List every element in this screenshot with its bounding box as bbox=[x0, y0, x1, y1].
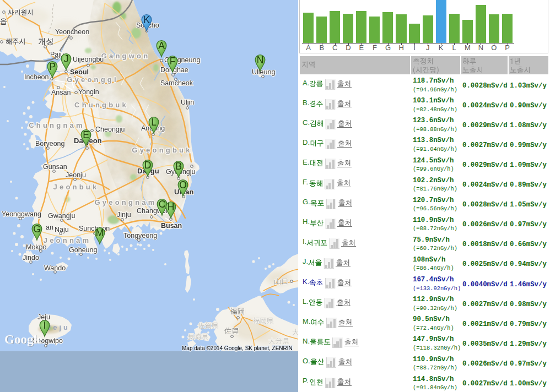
svg-text:Samcheok: Samcheok bbox=[160, 79, 193, 87]
svg-text:G: G bbox=[33, 224, 41, 235]
svg-text:Chungbuk: Chungbuk bbox=[74, 101, 128, 109]
svg-text:Jeonju: Jeonju bbox=[66, 171, 86, 179]
svg-text:I: I bbox=[44, 320, 46, 331]
svg-text:P: P bbox=[49, 61, 56, 72]
svg-text:K: K bbox=[143, 14, 150, 25]
svg-text:Suncheon: Suncheon bbox=[79, 225, 110, 232]
svg-text:Google: Google bbox=[4, 333, 42, 346]
svg-text:C: C bbox=[159, 199, 166, 210]
svg-text:N: N bbox=[257, 55, 264, 66]
svg-text:Boryeong: Boryeong bbox=[35, 140, 65, 148]
svg-text:Gwangju: Gwangju bbox=[48, 212, 75, 220]
svg-text:Goheung: Goheung bbox=[69, 246, 97, 254]
svg-text:Tongyeong: Tongyeong bbox=[123, 232, 157, 239]
svg-text:Uljin: Uljin bbox=[181, 99, 194, 106]
svg-text:J: J bbox=[64, 53, 69, 64]
svg-text:an: an bbox=[46, 224, 53, 231]
svg-text:Gyeongbuk: Gyeongbuk bbox=[132, 146, 192, 154]
svg-text:Jeonbuk: Jeonbuk bbox=[53, 183, 99, 191]
svg-text:Jindo: Jindo bbox=[23, 254, 39, 262]
svg-text:Jeonnam: Jeonnam bbox=[44, 236, 91, 244]
svg-text:Yongin: Yongin bbox=[78, 88, 99, 96]
svg-text:Ulleung: Ulleung bbox=[252, 68, 275, 76]
svg-text:Naju: Naju bbox=[55, 226, 69, 233]
svg-text:Seoul: Seoul bbox=[70, 68, 89, 76]
svg-text:Gyeongnam: Gyeongnam bbox=[95, 198, 157, 206]
svg-text:Uijeongbu: Uijeongbu bbox=[73, 56, 104, 63]
svg-text:M: M bbox=[96, 227, 104, 238]
svg-text:Gyeonggi: Gyeonggi bbox=[67, 75, 118, 84]
svg-text:Yeonggwang: Yeonggwang bbox=[2, 210, 41, 218]
svg-text:Ansan: Ansan bbox=[51, 89, 71, 96]
svg-text:L: L bbox=[151, 117, 157, 128]
svg-text:F: F bbox=[170, 56, 176, 67]
svg-text:Busan: Busan bbox=[161, 222, 182, 230]
svg-text:D: D bbox=[144, 160, 152, 171]
svg-text:Gunsan: Gunsan bbox=[43, 163, 67, 171]
svg-text:Mokpo: Mokpo bbox=[26, 243, 47, 251]
svg-text:E: E bbox=[83, 129, 89, 140]
svg-text:H: H bbox=[168, 202, 175, 213]
svg-text:Incheon: Incheon bbox=[24, 73, 49, 81]
svg-text:Gangwon: Gangwon bbox=[101, 52, 150, 60]
svg-text:A: A bbox=[158, 40, 165, 51]
svg-text:Jinju: Jinju bbox=[117, 211, 131, 219]
svg-text:Yeoncheon: Yeoncheon bbox=[55, 28, 89, 36]
svg-text:O: O bbox=[179, 179, 187, 190]
svg-text:Chungnam: Chungnam bbox=[29, 121, 84, 129]
svg-text:Jeju: Jeju bbox=[47, 323, 70, 331]
svg-text:B: B bbox=[175, 161, 182, 172]
svg-text:Map data ©2014 Google, SK plan: Map data ©2014 Google, SK planet, ZENRIN bbox=[182, 345, 293, 351]
svg-text:Cheongju: Cheongju bbox=[95, 126, 125, 133]
